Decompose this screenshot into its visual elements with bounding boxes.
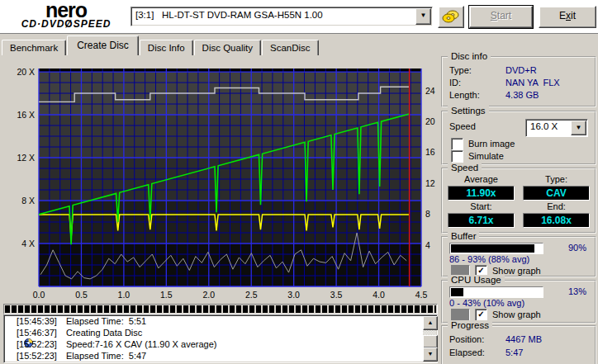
y-axis-right-tick: 24 bbox=[425, 86, 435, 96]
log-text: Creating Data Disc bbox=[66, 328, 437, 338]
drive-select[interactable]: [3:1] HL-DT-ST DVD-RAM GSA-H55N 1.00 ▼ bbox=[131, 7, 433, 26]
log-line: [15:52:23] Elapsed Time: 5:47 bbox=[4, 350, 437, 362]
y-axis-right-tick: 8 bbox=[425, 209, 430, 219]
log-line: [15:46:37] Creating Data Disc bbox=[4, 327, 437, 338]
x-axis-tick: 3.5 bbox=[330, 290, 343, 300]
chevron-down-icon[interactable]: ▼ bbox=[415, 8, 431, 25]
y-axis-left-tick: 8 X bbox=[21, 196, 35, 206]
cpu-percent: 13% bbox=[568, 286, 586, 296]
buffer-percent: 90% bbox=[568, 243, 586, 253]
write-progress-fill bbox=[5, 305, 436, 313]
scroll-up-icon[interactable]: ▲ bbox=[423, 316, 438, 330]
disc-icon bbox=[4, 328, 17, 338]
speed-group: Speed Average Type: 11.90x CAV Start: En… bbox=[441, 168, 596, 234]
cpu-range-text: 0 - 43% (10% avg) bbox=[449, 298, 524, 308]
disc-id-value: NAN YA FLX bbox=[505, 77, 560, 88]
cpu-usage-group: CPU Usage 13% 0 - 43% (10% avg) ✓ Show g… bbox=[441, 280, 596, 324]
disc-info-group: Disc info Type:DVD+R ID:NAN YA FLX Lengt… bbox=[441, 56, 596, 107]
log-time: [15:52:23] bbox=[17, 351, 66, 362]
x-axis-tick: 1.5 bbox=[160, 290, 173, 300]
x-axis-tick: 0.5 bbox=[75, 290, 88, 300]
log-scrollbar[interactable]: ▲ ▼ bbox=[423, 316, 436, 362]
start-label: Start: bbox=[448, 201, 515, 212]
y-axis-right-tick: 4 bbox=[425, 240, 430, 250]
cpu-usage-fill bbox=[451, 288, 463, 296]
scrollbar-thumb[interactable] bbox=[423, 335, 438, 348]
disc-type-value: DVD+R bbox=[505, 64, 537, 76]
x-axis-tick: 1.0 bbox=[118, 290, 131, 300]
cpu-show-graph-checkbox[interactable]: ✓ bbox=[475, 309, 487, 321]
y-axis-right-tick: 12 bbox=[425, 178, 435, 188]
log-time: [15:52:23] bbox=[17, 339, 66, 350]
drive-select-value: [3:1] HL-DT-ST DVD-RAM GSA-H55N 1.00 bbox=[135, 10, 415, 20]
tab-disc-quality[interactable]: Disc Quality bbox=[194, 40, 261, 55]
y-axis-left-tick: 20 X bbox=[17, 67, 35, 77]
logo-text-nero: nero bbox=[5, 1, 127, 19]
progress-group: Progress Position:4467 MB Elapsed:5:47 bbox=[441, 325, 596, 364]
disc-id-label: ID: bbox=[449, 77, 461, 88]
log-time: [15:45:39] bbox=[17, 316, 66, 327]
log-text: Elapsed Time: 5:51 bbox=[66, 316, 437, 327]
log-line: [15:52:23] Speed:7-16 X CAV (11.90 X ave… bbox=[4, 338, 437, 350]
log-time: [15:46:37] bbox=[17, 328, 66, 338]
speed-type-display: CAV bbox=[523, 186, 590, 201]
x-axis-tick: 4.5 bbox=[415, 290, 428, 300]
average-label: Average bbox=[448, 174, 515, 185]
log-text: Elapsed Time: 5:47 bbox=[66, 351, 437, 362]
write-progress-bar bbox=[3, 304, 438, 314]
settings-group: Settings Speed 16.0 X ▼ Burn image Simul… bbox=[441, 111, 596, 165]
disc-length-value: 4.38 GB bbox=[505, 89, 539, 101]
y-axis-left-tick: 4 X bbox=[21, 239, 35, 248]
group-title: CPU Usage bbox=[448, 275, 505, 285]
buffer-level-fill bbox=[451, 244, 534, 253]
end-label: End: bbox=[523, 201, 590, 212]
cpu-usage-bar bbox=[449, 286, 543, 298]
tab-scandisc[interactable]: ScanDisc bbox=[262, 40, 319, 55]
start-speed-display: 6.71x bbox=[448, 213, 515, 228]
disc-tool-button[interactable] bbox=[438, 6, 464, 28]
tab-benchmark[interactable]: Benchmark bbox=[2, 40, 66, 55]
type-label: Type: bbox=[523, 174, 590, 185]
discs-icon bbox=[442, 8, 460, 25]
log-text: Speed:7-16 X CAV (11.90 X average) bbox=[66, 339, 437, 350]
event-log[interactable]: [15:45:39] Elapsed Time: 5:51 [15:46:37]… bbox=[3, 314, 438, 363]
x-axis-tick: 0.0 bbox=[33, 290, 45, 300]
tab-create-disc[interactable]: Create Disc bbox=[67, 35, 139, 55]
start-button[interactable]: Start bbox=[469, 6, 533, 28]
elapsed-label: Elapsed: bbox=[449, 347, 485, 358]
x-axis-tick: 4.0 bbox=[373, 290, 385, 300]
disc-type-label: Type: bbox=[449, 64, 472, 76]
scroll-down-icon[interactable]: ▼ bbox=[423, 347, 438, 362]
simulate-label: Simulate bbox=[468, 151, 504, 162]
app-window: nero CD·DVDØSPEED [3:1] HL-DT-ST DVD-RAM… bbox=[0, 0, 598, 364]
buffer-level-bar bbox=[449, 243, 543, 254]
burn-image-label: Burn image bbox=[468, 139, 515, 149]
group-title: Speed bbox=[448, 163, 482, 173]
tab-disc-info[interactable]: Disc Info bbox=[140, 40, 193, 55]
exit-button[interactable]: Exit bbox=[539, 6, 596, 28]
x-axis-tick: 2.5 bbox=[245, 290, 258, 300]
tab-bar: Benchmark Create Disc Disc Info Disc Qua… bbox=[2, 35, 320, 55]
y-axis-left-tick: 12 X bbox=[17, 153, 35, 163]
group-title: Settings bbox=[448, 106, 489, 116]
y-axis-right-tick: 20 bbox=[425, 116, 435, 126]
y-axis-left-tick: 16 X bbox=[17, 110, 35, 120]
simulate-checkbox[interactable] bbox=[451, 150, 463, 163]
group-title: Progress bbox=[448, 320, 492, 330]
log-line: [15:45:39] Elapsed Time: 5:51 bbox=[4, 315, 437, 327]
group-title: Disc info bbox=[448, 51, 491, 61]
elapsed-value: 5:47 bbox=[505, 347, 523, 358]
chevron-down-icon[interactable]: ▼ bbox=[571, 121, 586, 135]
disc-length-label: Length: bbox=[449, 89, 480, 101]
cpu-graph-color-swatch[interactable] bbox=[451, 309, 470, 321]
speed-select[interactable]: 16.0 X ▼ bbox=[525, 119, 588, 137]
disc-glyph-icon: Ø bbox=[64, 19, 73, 30]
cpu-show-graph-label: Show graph bbox=[492, 310, 541, 320]
create-disc-speed-chart: 20 X16 X12 X8 X4 X24201612840.00.51.01.5… bbox=[0, 54, 439, 302]
average-speed-display: 11.90x bbox=[448, 186, 515, 201]
buffer-range-text: 86 - 93% (88% avg) bbox=[449, 254, 529, 264]
burn-image-checkbox[interactable] bbox=[451, 138, 463, 150]
logo-text-cdvdspeed: CD·DVDØSPEED bbox=[5, 19, 127, 30]
position-label: Position: bbox=[449, 333, 484, 345]
y-axis-right-tick: 16 bbox=[425, 147, 435, 157]
